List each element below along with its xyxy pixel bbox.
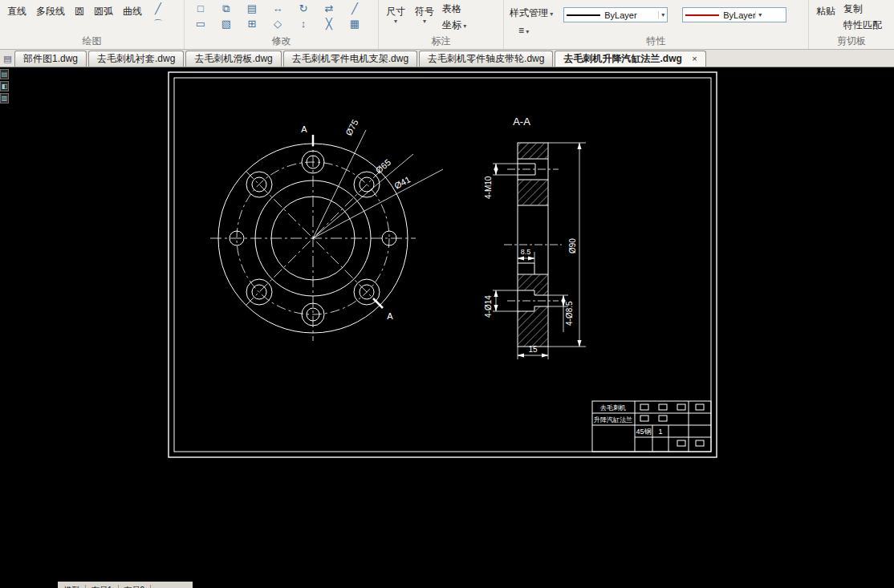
spline-icon[interactable]: ⌒ bbox=[148, 18, 169, 32]
title-block-company: 去毛刺机 bbox=[599, 404, 626, 412]
layout1-tab[interactable]: 布局1 bbox=[86, 585, 119, 588]
dim-d75: Ø75 bbox=[343, 118, 360, 137]
paste-button[interactable]: 粘贴 bbox=[812, 2, 839, 20]
dock-panel-icon[interactable]: ▤ bbox=[0, 69, 9, 79]
tab-belt-pulley[interactable]: 去毛刺机零件轴皮带轮.dwg bbox=[419, 51, 553, 67]
tab-label: 去毛刺机衬套.dwg bbox=[97, 53, 175, 64]
stretch-icon[interactable]: ⇄ bbox=[316, 2, 342, 16]
linetype-value: ByLayer bbox=[604, 10, 658, 20]
dimension-label: 尺寸 bbox=[386, 6, 405, 17]
properties-group-label: 特性 bbox=[504, 34, 808, 48]
paste-label: 粘贴 bbox=[816, 6, 835, 17]
linetype-swatch-icon bbox=[567, 14, 600, 16]
rotate-icon[interactable]: ↻ bbox=[291, 2, 316, 16]
curve-tool-button[interactable]: 曲线 bbox=[119, 2, 146, 20]
copy-object-icon[interactable]: □ bbox=[188, 2, 213, 16]
break-icon[interactable]: ╳ bbox=[316, 17, 342, 31]
tab-cylinder-flange-active[interactable]: 去毛刺机升降汽缸法兰.dwg × bbox=[555, 51, 705, 67]
arc-tool-label: 圆弧 bbox=[94, 6, 113, 17]
tab-part-drawing-1[interactable]: 部件图1.dwg bbox=[14, 51, 87, 67]
match-properties-label: 特性匹配 bbox=[843, 19, 882, 30]
dock-layer-icon[interactable]: ◧ bbox=[0, 81, 9, 91]
offset-icon[interactable]: ▭ bbox=[188, 17, 213, 31]
chevron-down-icon bbox=[386, 18, 405, 25]
chevron-down-icon[interactable]: ▾ bbox=[658, 11, 664, 18]
copy-button[interactable]: 复制 bbox=[841, 2, 884, 16]
polyline-tool-button[interactable]: 多段线 bbox=[32, 2, 69, 20]
ribbon-group-draw: 直线 多段线 圆 圆弧 曲线 ╱ ⌒ 绘图 bbox=[0, 0, 185, 49]
trim-icon[interactable]: ╱ bbox=[342, 2, 368, 16]
draw-group-label: 绘图 bbox=[0, 34, 184, 48]
left-dock: ▤ ◧ ▥ bbox=[0, 69, 10, 103]
style-manager-button[interactable]: 样式管理 bbox=[507, 6, 555, 20]
dim-step-85: 8.5 bbox=[521, 248, 531, 256]
chevron-down-icon bbox=[461, 19, 466, 30]
tab-label: 部件图1.dwg bbox=[23, 53, 78, 64]
linetype-combobox[interactable]: ByLayer ▾ bbox=[563, 7, 668, 22]
dim-d65: Ø65 bbox=[374, 157, 393, 176]
scale-icon[interactable]: ⊞ bbox=[239, 17, 265, 31]
annotate-group-label: 标注 bbox=[379, 34, 503, 48]
sketch-line-icon[interactable]: ╱ bbox=[148, 2, 169, 16]
polyline-tool-label: 多段线 bbox=[36, 6, 65, 17]
match-properties-button[interactable]: 特性匹配 bbox=[841, 18, 884, 32]
title-block-material: 45钢 bbox=[636, 428, 651, 436]
dim-d85: 4-Ø8.5 bbox=[565, 301, 574, 326]
line-tool-button[interactable]: 直线 bbox=[3, 2, 30, 20]
curve-tool-label: 曲线 bbox=[123, 6, 142, 17]
color-value: ByLayer bbox=[723, 10, 755, 20]
layout2-tab[interactable]: 布局2 bbox=[119, 585, 152, 588]
coordinate-button[interactable]: 坐标 bbox=[440, 18, 469, 32]
table-button[interactable]: 表格 bbox=[440, 2, 469, 16]
tab-label: 去毛刺机零件电机支架.dwg bbox=[292, 53, 408, 64]
section-view-title: A-A bbox=[513, 116, 530, 128]
coordinate-label: 坐标 bbox=[442, 19, 461, 30]
drawing-svg[interactable]: A A Ø75 Ø65 Ø41 A-A bbox=[0, 67, 894, 588]
dock-view-icon[interactable]: ▥ bbox=[0, 93, 9, 103]
tab-motor-bracket[interactable]: 去毛刺机零件电机支架.dwg bbox=[283, 51, 417, 67]
section-cut-marks bbox=[313, 135, 383, 308]
tab-bushing[interactable]: 去毛刺机衬套.dwg bbox=[88, 51, 184, 67]
array-icon[interactable]: ▤ bbox=[239, 2, 265, 16]
explode-icon[interactable]: ▦ bbox=[342, 17, 368, 31]
fillet-icon[interactable]: ◇ bbox=[265, 17, 291, 31]
arc-tool-button[interactable]: 圆弧 bbox=[90, 2, 117, 20]
circle-tool-label: 圆 bbox=[75, 6, 84, 17]
dim-15: 15 bbox=[528, 345, 538, 354]
chevron-down-icon bbox=[415, 18, 434, 25]
section-mark-a-bottom: A bbox=[387, 311, 393, 321]
section-mark-a-top: A bbox=[301, 124, 307, 134]
symbol-label: 符号 bbox=[415, 6, 434, 17]
chevron-down-icon[interactable]: ▾ bbox=[755, 11, 762, 18]
extend-icon[interactable]: ↕ bbox=[291, 17, 316, 31]
line-tool-label: 直线 bbox=[7, 6, 26, 17]
copy-label: 复制 bbox=[843, 3, 863, 14]
circle-tool-button[interactable]: 圆 bbox=[71, 2, 88, 20]
drawing-canvas[interactable]: ▤ ◧ ▥ bbox=[0, 67, 894, 588]
front-view: A A Ø75 Ø65 Ø41 bbox=[210, 118, 443, 341]
hatch-icon[interactable]: ▧ bbox=[213, 17, 239, 31]
title-block-qty: 1 bbox=[658, 428, 662, 436]
sheet-frame bbox=[169, 72, 717, 457]
drawing-page-icon[interactable]: ▤ bbox=[2, 53, 13, 65]
tab-slide-plate[interactable]: 去毛刺机滑板.dwg bbox=[185, 51, 281, 67]
model-tab[interactable]: 模型 bbox=[58, 585, 86, 588]
ribbon-group-clipboard: 粘贴 复制 特性匹配 剪切板 bbox=[809, 0, 894, 49]
ribbon-group-annotate: 尺寸 符号 表格 坐标 标注 bbox=[379, 0, 504, 49]
mirror-icon[interactable]: ⧉ bbox=[213, 2, 239, 16]
document-tabbar: ▤ 部件图1.dwg 去毛刺机衬套.dwg 去毛刺机滑板.dwg 去毛刺机零件电… bbox=[0, 50, 894, 67]
color-combobox[interactable]: ByLayer ▾ bbox=[682, 7, 786, 22]
dim-d41: Ø41 bbox=[392, 174, 412, 190]
tab-label: 去毛刺机滑板.dwg bbox=[194, 53, 272, 64]
symbol-button[interactable]: 符号 bbox=[411, 2, 438, 26]
move-icon[interactable]: ↔ bbox=[265, 2, 291, 16]
ribbon-group-properties: 样式管理 ≡ ByLayer ▾ ByLayer ▾ 特性 bbox=[504, 0, 809, 49]
chevron-down-icon bbox=[548, 7, 553, 18]
color-swatch-icon bbox=[685, 14, 719, 16]
dimension-button[interactable]: 尺寸 bbox=[382, 2, 409, 26]
tab-label: 去毛刺机零件轴皮带轮.dwg bbox=[428, 53, 544, 64]
close-icon[interactable]: × bbox=[692, 54, 697, 63]
dim-d90: Ø90 bbox=[568, 238, 577, 253]
dim-d14: 4-Ø14 bbox=[484, 295, 493, 318]
tab-label: 去毛刺机升降汽缸法兰.dwg bbox=[563, 53, 681, 64]
